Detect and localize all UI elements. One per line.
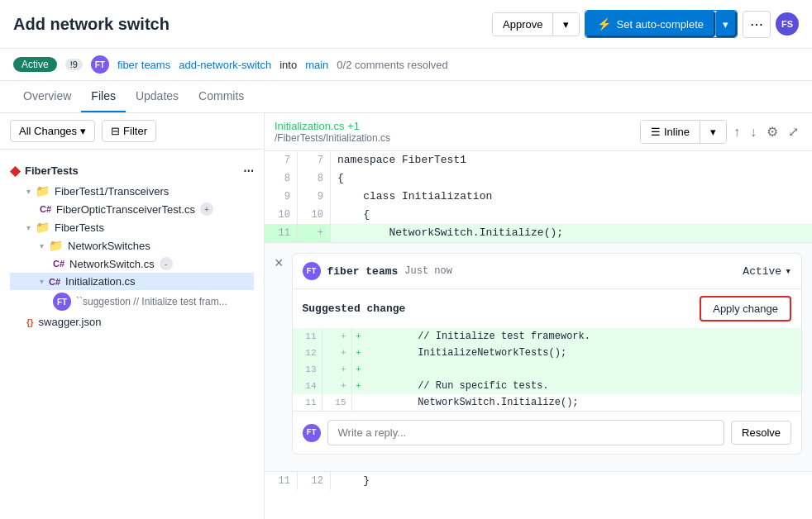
code-content: 7 7 namespace FiberTest1 8 8 { 9 9 class… (265, 151, 812, 490)
comment-section: × FT fiber teams Just now Active ▾ (265, 242, 812, 472)
author-avatar: FT (91, 55, 109, 74)
tree-root-header[interactable]: ◆ FiberTests ⋯ (10, 160, 254, 182)
header-actions: Approve ▾ ⚡ Set auto-complete ▾ ⋯ FS (492, 10, 799, 38)
folder-name: NetworkSwitches (68, 240, 150, 252)
comment-avatar: FT (303, 262, 321, 280)
folder-networkswitches[interactable]: ▾ 📁 NetworkSwitches (10, 236, 254, 255)
tab-overview[interactable]: Overview (13, 81, 81, 112)
sugg-line: 14 + + // Run specific tests. (293, 378, 801, 394)
comment-header: FT fiber teams Just now Active ▾ (293, 254, 801, 289)
sugg-line: 11 + + // Initialize test framework. (293, 328, 801, 345)
comment-status-dropdown[interactable]: Active ▾ (743, 264, 791, 278)
folder-icon: 📁 (49, 239, 63, 252)
tab-files[interactable]: Files (81, 81, 126, 112)
chevron-down-icon: ▾ (80, 125, 86, 137)
comments-resolved: 0/2 comments resolved (337, 59, 447, 71)
comment-wrapper: × FT fiber teams Just now Active ▾ (275, 253, 802, 455)
chevron-icon: ▾ (40, 241, 44, 250)
file-initialization[interactable]: ▾ C# Initialization.cs (10, 273, 254, 290)
file-info: Initialization.cs +1 /FiberTests/Initial… (275, 120, 390, 144)
settings-button[interactable]: ⚙ (763, 121, 781, 143)
page-title: Add network switch (13, 15, 484, 34)
reply-section: FT Resolve (293, 411, 801, 454)
code-line-added: 11 + NetworkSwitch.Initialize(); (265, 224, 812, 242)
autocomplete-group: ⚡ Set auto-complete ▾ (585, 10, 738, 38)
sugg-line: 12 + + InitializeNetworkTests(); (293, 345, 801, 361)
folder-name: FiberTest1/Transceivers (55, 185, 169, 198)
tab-commits[interactable]: Commits (189, 81, 254, 112)
filter-icon: ⊟ (111, 125, 120, 137)
suggested-change-header: Suggested change Apply change (293, 289, 801, 328)
code-line-bottom: 11 12 } (265, 472, 812, 490)
autocomplete-button[interactable]: ⚡ Set auto-complete (585, 11, 715, 37)
file-name: swagger.json (39, 316, 102, 328)
expand-button[interactable]: ⤢ (785, 121, 802, 143)
csharp-icon: C# (49, 277, 60, 287)
chevron-icon: ▾ (26, 187, 31, 196)
code-toolbar: Initialization.cs +1 /FiberTests/Initial… (265, 113, 812, 151)
branch-to-link[interactable]: main (305, 59, 328, 71)
suggestion-item[interactable]: FT ``suggestion // Initialize test fram.… (10, 290, 254, 313)
chevron-down-icon: ▾ (785, 264, 791, 278)
suggested-change-section: Suggested change Apply change 11 + + // … (293, 289, 801, 454)
main-content: All Changes ▾ ⊟ Filter ◆ FiberTests ⋯ (0, 113, 812, 519)
folder-icon: 📁 (36, 221, 50, 234)
autocomplete-dropdown[interactable]: ▾ (715, 11, 737, 37)
file-name: NetworkSwitch.cs (69, 258, 155, 270)
page-header: Add network switch Approve ▾ ⚡ Set auto-… (0, 0, 812, 49)
all-changes-dropdown[interactable]: All Changes ▾ (10, 120, 95, 142)
file-swagger[interactable]: {} swagger.json (10, 313, 254, 331)
json-icon: {} (26, 317, 34, 327)
code-nav: ☰ Inline ▾ ↑ ↓ ⚙ ⤢ (640, 120, 802, 144)
more-icon[interactable]: ⋯ (243, 164, 254, 177)
approve-dropdown[interactable]: ▾ (553, 13, 579, 36)
branch-from-link[interactable]: add-network-switch (179, 59, 271, 71)
folder-transceivers[interactable]: ▾ 📁 FiberTest1/Transceivers (10, 182, 254, 200)
code-line: 10 10 { (265, 206, 812, 224)
close-comment-button[interactable]: × (275, 255, 284, 272)
code-panel: Initialization.cs +1 /FiberTests/Initial… (265, 113, 812, 519)
diamond-icon: ◆ (10, 163, 20, 179)
file-fiberoptic[interactable]: C# FiberOpticTransceiverTest.cs + (10, 200, 254, 218)
approve-button[interactable]: Approve (493, 13, 553, 36)
code-line: 9 9 class Initialization (265, 188, 812, 206)
view-dropdown[interactable]: ▾ (700, 121, 726, 143)
folder-name: FiberTests (55, 221, 104, 234)
tab-updates[interactable]: Updates (126, 81, 189, 112)
code-line: 7 7 namespace FiberTest1 (265, 151, 812, 169)
active-badge: Active (13, 57, 57, 72)
scroll-up-button[interactable]: ↑ (730, 121, 743, 143)
root-name: FiberTests (25, 164, 79, 177)
sidebar: All Changes ▾ ⊟ Filter ◆ FiberTests ⋯ (0, 113, 265, 519)
user-avatar: FS (776, 12, 799, 36)
apply-change-button[interactable]: Apply change (700, 296, 791, 321)
scroll-down-button[interactable]: ↓ (747, 121, 760, 143)
filter-button[interactable]: ⊟ Filter (102, 120, 156, 142)
comment-author: fiber teams (327, 265, 399, 278)
tab-bar: Overview Files Updates Commits (0, 81, 812, 113)
tree-root: ◆ FiberTests ⋯ ▾ 📁 FiberTest1/Transceive… (0, 156, 264, 334)
author-link[interactable]: fiber teams (117, 59, 170, 71)
file-tree: ◆ FiberTests ⋯ ▾ 📁 FiberTest1/Transceive… (0, 150, 264, 340)
reply-input[interactable] (327, 420, 725, 445)
status-bar: Active !9 FT fiber teams add-network-swi… (0, 49, 812, 81)
notification-count: !9 (65, 59, 83, 70)
reply-avatar: FT (303, 424, 321, 442)
folder-icon: 📁 (36, 184, 50, 198)
comment-card: FT fiber teams Just now Active ▾ Sugges (292, 253, 802, 455)
chevron-icon: ▾ (26, 223, 31, 232)
file-name: Initialization.cs (65, 275, 136, 288)
file-name: FiberOpticTransceiverTest.cs (56, 203, 195, 216)
more-options-button[interactable]: ⋯ (743, 11, 771, 38)
add-badge: + (200, 202, 213, 216)
suggestion-code: 11 + + // Initialize test framework. 12 … (293, 328, 801, 411)
resolve-button[interactable]: Resolve (731, 421, 791, 445)
folder-fibertests[interactable]: ▾ 📁 FiberTests (10, 218, 254, 236)
sugg-line: 13 + + (293, 361, 801, 378)
view-mode-group: ☰ Inline ▾ (640, 120, 727, 144)
csharp-icon: C# (40, 204, 51, 214)
inline-view-button[interactable]: ☰ Inline (641, 121, 700, 143)
minus-badge: - (160, 257, 173, 270)
file-networkswitch[interactable]: C# NetworkSwitch.cs - (10, 255, 254, 273)
autocomplete-icon: ⚡ (597, 17, 611, 31)
